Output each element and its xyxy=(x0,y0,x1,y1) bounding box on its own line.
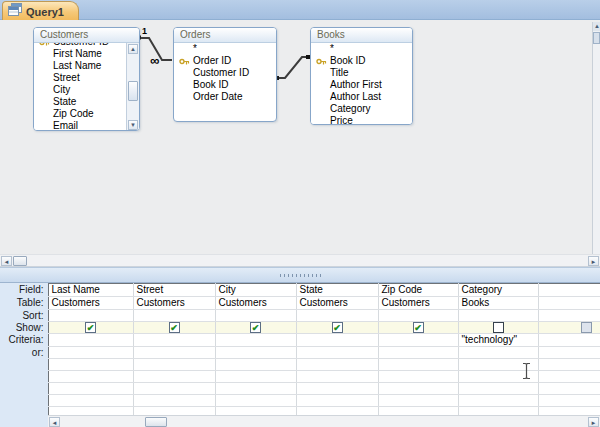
field-item[interactable]: Author Last xyxy=(311,91,412,103)
table-box-books[interactable]: Books * Book ID Title Author First Autho… xyxy=(310,27,413,125)
scroll-left-button[interactable]: ◄ xyxy=(49,417,60,427)
field-item[interactable]: Title xyxy=(311,67,412,79)
grid-cell[interactable] xyxy=(215,395,296,407)
table-cell[interactable] xyxy=(538,297,600,310)
scrollbar-thumb[interactable] xyxy=(145,417,167,427)
tab-query1[interactable]: Query1 xyxy=(2,1,79,20)
sort-cell[interactable] xyxy=(538,310,600,322)
show-cell[interactable] xyxy=(296,322,378,334)
field-item[interactable]: City xyxy=(34,84,139,96)
table-box-orders-title[interactable]: Orders xyxy=(174,28,276,43)
grid-cell[interactable] xyxy=(48,395,133,407)
field-item[interactable]: Last Name xyxy=(34,60,139,72)
design-horizontal-scrollbar[interactable]: ◄ ► xyxy=(0,254,600,267)
field-item[interactable]: * xyxy=(174,43,276,55)
grid-cell[interactable] xyxy=(133,383,215,395)
field-item[interactable]: Email xyxy=(34,120,139,131)
grid-cell[interactable] xyxy=(378,383,458,395)
field-item[interactable]: Category xyxy=(311,103,412,115)
field-item[interactable]: * xyxy=(311,43,412,55)
or-cell[interactable] xyxy=(458,347,538,359)
grid-horizontal-scrollbar[interactable]: ◄ ► xyxy=(48,415,600,427)
field-cell[interactable]: City xyxy=(215,284,296,297)
grid-cell[interactable] xyxy=(215,407,296,416)
grid-cell[interactable] xyxy=(133,371,215,383)
field-item[interactable]: Street xyxy=(34,72,139,84)
grid-cell[interactable] xyxy=(538,371,600,383)
field-cell[interactable] xyxy=(538,284,600,297)
grid-cell[interactable] xyxy=(378,371,458,383)
table-cell[interactable]: Customers xyxy=(215,297,296,310)
field-item[interactable]: Author First xyxy=(311,79,412,91)
table-box-orders[interactable]: Orders * Order ID Customer ID Book ID Or… xyxy=(173,27,277,122)
or-cell[interactable] xyxy=(296,347,378,359)
field-cell[interactable]: Zip Code xyxy=(378,284,458,297)
scroll-left-button[interactable]: ◄ xyxy=(1,256,12,266)
field-item[interactable]: Price xyxy=(311,115,412,125)
sort-cell[interactable] xyxy=(48,310,133,322)
scrollbar-thumb[interactable] xyxy=(13,256,27,266)
grid-cell[interactable] xyxy=(48,359,133,371)
grid-cell[interactable] xyxy=(215,371,296,383)
table-box-customers-title[interactable]: Customers xyxy=(34,28,139,43)
criteria-cell[interactable] xyxy=(133,334,215,347)
grid-cell[interactable] xyxy=(48,407,133,416)
field-list-scrollbar[interactable]: ▲ ▼ xyxy=(126,43,139,131)
pane-splitter[interactable] xyxy=(0,267,600,283)
or-cell[interactable] xyxy=(133,347,215,359)
show-cell[interactable] xyxy=(538,322,600,334)
or-cell[interactable] xyxy=(215,347,296,359)
table-cell[interactable]: Books xyxy=(458,297,538,310)
field-cell[interactable]: Last Name xyxy=(48,284,133,297)
show-checkbox[interactable] xyxy=(413,322,424,333)
criteria-cell[interactable] xyxy=(215,334,296,347)
grid-cell[interactable] xyxy=(458,407,538,416)
show-checkbox[interactable] xyxy=(332,322,343,333)
grid-cell[interactable] xyxy=(48,383,133,395)
scroll-up-button[interactable]: ▲ xyxy=(593,22,600,31)
criteria-cell[interactable] xyxy=(538,334,600,347)
scroll-up-button[interactable]: ▲ xyxy=(128,44,138,54)
scroll-right-button[interactable]: ► xyxy=(588,256,599,266)
scroll-down-button[interactable]: ▼ xyxy=(128,120,138,130)
show-checkbox[interactable] xyxy=(85,322,96,333)
table-box-books-title[interactable]: Books xyxy=(311,28,412,43)
show-checkbox[interactable] xyxy=(169,322,180,333)
table-cell[interactable]: Customers xyxy=(48,297,133,310)
grid-cell[interactable] xyxy=(296,371,378,383)
grid-cell[interactable] xyxy=(458,383,538,395)
sort-cell[interactable] xyxy=(458,310,538,322)
grid-cell[interactable] xyxy=(215,383,296,395)
criteria-cell[interactable] xyxy=(378,334,458,347)
criteria-cell[interactable] xyxy=(296,334,378,347)
field-item[interactable]: Book ID xyxy=(311,55,412,67)
table-cell[interactable]: Customers xyxy=(378,297,458,310)
grid-cell[interactable] xyxy=(378,359,458,371)
grid-cell[interactable] xyxy=(378,407,458,416)
table-box-customers[interactable]: Customers Customer ID First Name Last Na… xyxy=(33,27,140,131)
grid-cell[interactable] xyxy=(538,395,600,407)
field-cell[interactable]: State xyxy=(296,284,378,297)
grid-cell[interactable] xyxy=(538,407,600,416)
grid-cell[interactable] xyxy=(296,395,378,407)
criteria-cell[interactable] xyxy=(48,334,133,347)
field-item[interactable]: Zip Code xyxy=(34,108,139,120)
field-item[interactable]: State xyxy=(34,96,139,108)
grid-cell[interactable] xyxy=(538,359,600,371)
field-item[interactable]: First Name xyxy=(34,48,139,60)
grid-cell[interactable] xyxy=(458,395,538,407)
sort-cell[interactable] xyxy=(378,310,458,322)
show-cell[interactable] xyxy=(378,322,458,334)
show-cell[interactable] xyxy=(48,322,133,334)
grid-cell[interactable] xyxy=(133,359,215,371)
grid-cell[interactable] xyxy=(133,407,215,416)
grid-cell[interactable] xyxy=(215,359,296,371)
field-item[interactable]: Order Date xyxy=(174,91,276,103)
grid-cell[interactable] xyxy=(296,407,378,416)
show-checkbox[interactable] xyxy=(250,322,261,333)
or-cell[interactable] xyxy=(378,347,458,359)
field-cell[interactable]: Street xyxy=(133,284,215,297)
show-checkbox[interactable] xyxy=(493,322,504,333)
grid-cell[interactable] xyxy=(296,383,378,395)
table-cell[interactable]: Customers xyxy=(133,297,215,310)
